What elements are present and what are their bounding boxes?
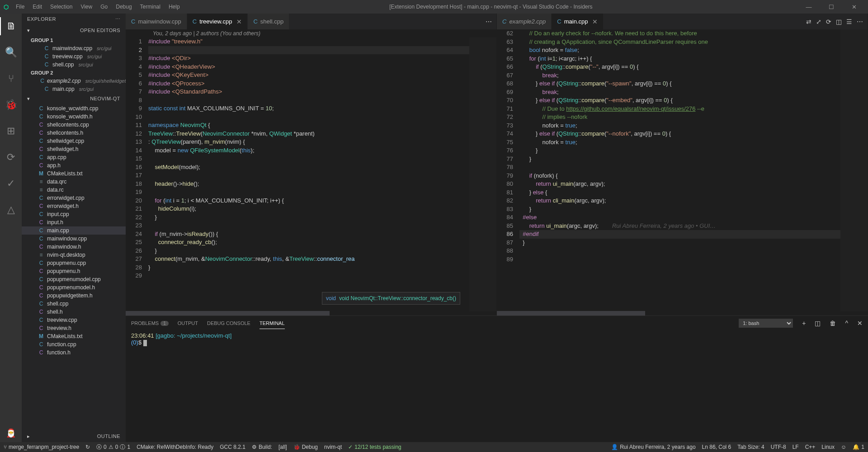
exe-status[interactable]: nvim-qt xyxy=(324,444,342,450)
editor-tab[interactable]: Cexample2.cpp xyxy=(497,14,552,29)
language[interactable]: C++ xyxy=(805,444,816,450)
tree-item[interactable]: Cmain.cpp xyxy=(22,226,126,235)
extensions-icon[interactable]: ⊞ xyxy=(0,122,22,140)
tree-item[interactable]: Cfunction.cpp xyxy=(22,340,126,348)
open-editor-item[interactable]: ○Ctreeview.cppsrc/gui xyxy=(22,52,126,61)
tree-item[interactable]: Cpopupwidgetitem.h xyxy=(22,292,126,300)
refresh-icon[interactable]: ⟳ xyxy=(826,18,831,25)
os[interactable]: Linux xyxy=(821,444,835,450)
tree-item[interactable]: Cshell.h xyxy=(22,308,126,316)
panel-tab-terminal[interactable]: TERMINAL xyxy=(259,318,285,329)
debug-status[interactable]: 🐞 Debug xyxy=(293,444,318,450)
problems-status[interactable]: ⓧ 0 ⚠ 0 ⓘ 1 xyxy=(96,443,130,451)
layout-icon[interactable]: ☰ xyxy=(846,18,852,25)
code-editor-right[interactable]: 6263646566676869707172737475767778798081… xyxy=(497,29,868,311)
tree-item[interactable]: Cmainwindow.h xyxy=(22,243,126,251)
open-editor-item[interactable]: ✕Cmain.cppsrc/gui xyxy=(22,85,126,93)
panel-tab-output[interactable]: OUTPUT xyxy=(178,318,198,329)
tree-item[interactable]: Cerrorwidget.cpp xyxy=(22,194,126,202)
tree-item[interactable]: Cpopupmenumodel.cpp xyxy=(22,275,126,283)
tree-item[interactable]: Cpopupmenu.cpp xyxy=(22,259,126,267)
tree-item[interactable]: Cinput.h xyxy=(22,218,126,226)
open-editor-item[interactable]: ○Cexample2.cppsrc/gui/shellwidget xyxy=(22,77,126,85)
feedback-icon[interactable]: ☺ xyxy=(841,444,846,450)
compiler-status[interactable]: GCC 8.2.1 xyxy=(220,444,245,450)
tree-item[interactable]: MCMakeLists.txt xyxy=(22,170,126,178)
account-icon[interactable]: 🎅 xyxy=(0,424,22,442)
tree-item[interactable]: Cshellcontents.h xyxy=(22,129,126,137)
tree-item[interactable]: ≡data.rc xyxy=(22,186,126,194)
panel-tab-problems[interactable]: PROBLEMS1 xyxy=(131,318,169,329)
debug-icon[interactable]: 🐞 xyxy=(0,96,22,114)
terminal-select[interactable]: 1: bash xyxy=(739,319,793,328)
tree-item[interactable]: Ckonsole_wcwidth.h xyxy=(22,113,126,121)
tree-item[interactable]: Ctreeview.h xyxy=(22,324,126,332)
tree-item[interactable]: Capp.h xyxy=(22,161,126,170)
project-header[interactable]: NEOVIM-QT xyxy=(22,93,126,104)
blame-status[interactable]: 👤 Rui Abreu Ferreira, 2 years ago xyxy=(611,444,695,450)
minimap[interactable] xyxy=(840,29,868,311)
tree-item[interactable]: Cshellcontents.cpp xyxy=(22,121,126,129)
tree-item[interactable]: Ckonsole_wcwidth.cpp xyxy=(22,104,126,113)
split-terminal-icon[interactable]: ◫ xyxy=(815,320,821,327)
file-tree[interactable]: Ckonsole_wcwidth.cppCkonsole_wcwidth.hCs… xyxy=(22,104,126,431)
notifications-icon[interactable]: 🔔 1 xyxy=(853,444,864,450)
close-button[interactable]: ✕ xyxy=(844,0,864,14)
terminal[interactable]: 23:06:41 [gagbo: ~/projects/neovim-qt] (… xyxy=(126,330,868,442)
tree-item[interactable]: Cfunction.h xyxy=(22,348,126,357)
maximize-panel-icon[interactable]: ^ xyxy=(845,320,848,327)
tests-status[interactable]: ✓ 12/12 tests passing xyxy=(348,444,401,450)
tree-item[interactable]: Cinput.cpp xyxy=(22,210,126,218)
build-status[interactable]: ⚙ Build: xyxy=(252,444,272,450)
tree-item[interactable]: Cmainwindow.cpp xyxy=(22,235,126,243)
tree-item[interactable]: Cerrorwidget.h xyxy=(22,202,126,210)
panel-tab-debug[interactable]: DEBUG CONSOLE xyxy=(207,318,250,329)
close-tab-icon[interactable]: ✕ xyxy=(592,18,598,25)
editor-tab[interactable]: Cshell.cpp xyxy=(248,14,289,29)
tree-item[interactable]: Capp.cpp xyxy=(22,153,126,161)
tree-item[interactable]: Cshellwidget.h xyxy=(22,145,126,153)
more-icon[interactable]: ⋯ xyxy=(857,18,863,25)
target-status[interactable]: [all] xyxy=(278,444,287,450)
search-icon[interactable]: 🔍 xyxy=(0,43,22,61)
open-changes-icon[interactable]: ⤢ xyxy=(816,18,821,25)
editor-tab[interactable]: Ctreeview.cpp✕ xyxy=(187,14,248,29)
menu-file[interactable]: File xyxy=(12,2,28,12)
new-terminal-icon[interactable]: + xyxy=(802,320,806,327)
menu-edit[interactable]: Edit xyxy=(29,2,46,12)
menu-terminal[interactable]: Terminal xyxy=(137,2,164,12)
menu-selection[interactable]: Selection xyxy=(47,2,76,12)
tree-item[interactable]: Cshellwidget.cpp xyxy=(22,137,126,145)
horizontal-scrollbar[interactable] xyxy=(126,311,330,315)
minimize-button[interactable]: — xyxy=(798,0,819,14)
test-icon[interactable]: ✓ xyxy=(0,174,22,193)
open-editor-item[interactable]: ○Cmainwindow.cppsrc/gui xyxy=(22,44,126,52)
tree-item[interactable]: Cpopupmenu.h xyxy=(22,267,126,275)
editor-tab[interactable]: Cmain.cpp✕ xyxy=(552,14,604,29)
cursor-position[interactable]: Ln 86, Col 6 xyxy=(702,444,731,450)
tree-item[interactable]: Ctreeview.cpp xyxy=(22,316,126,324)
cmake-status[interactable]: CMake: RelWithDebInfo: Ready xyxy=(137,444,213,450)
eol[interactable]: LF xyxy=(793,444,799,450)
explorer-icon[interactable]: 🗎 xyxy=(0,17,22,35)
menu-view[interactable]: View xyxy=(77,2,96,12)
menu-go[interactable]: Go xyxy=(97,2,111,12)
source-control-icon[interactable]: ⑂ xyxy=(0,70,22,88)
compare-icon[interactable]: ⇄ xyxy=(806,18,811,25)
maximize-button[interactable]: ☐ xyxy=(821,0,842,14)
tab-size[interactable]: Tab Size: 4 xyxy=(737,444,764,450)
editor-tab[interactable]: Cmainwindow.cpp xyxy=(126,14,187,29)
menu-debug[interactable]: Debug xyxy=(112,2,135,12)
more-actions-icon[interactable]: ⋯ xyxy=(486,18,492,25)
split-icon[interactable]: ◫ xyxy=(836,18,842,25)
open-editors-header[interactable]: OPEN EDITORS xyxy=(22,25,126,36)
code-editor-left[interactable]: 1234567891011121314151617181920212223242… xyxy=(126,38,496,311)
minimap[interactable] xyxy=(469,38,496,311)
tree-item[interactable]: Cpopupmenumodel.h xyxy=(22,283,126,292)
branch-status[interactable]: ⑂ merge_ferranpm_project-tree xyxy=(4,444,79,450)
close-panel-icon[interactable]: ✕ xyxy=(857,320,863,327)
sync-status[interactable]: ↻ xyxy=(85,444,90,450)
horizontal-scrollbar[interactable] xyxy=(497,311,645,315)
tree-item[interactable]: ≡data.qrc xyxy=(22,178,126,186)
close-tab-icon[interactable]: ✕ xyxy=(236,18,242,25)
